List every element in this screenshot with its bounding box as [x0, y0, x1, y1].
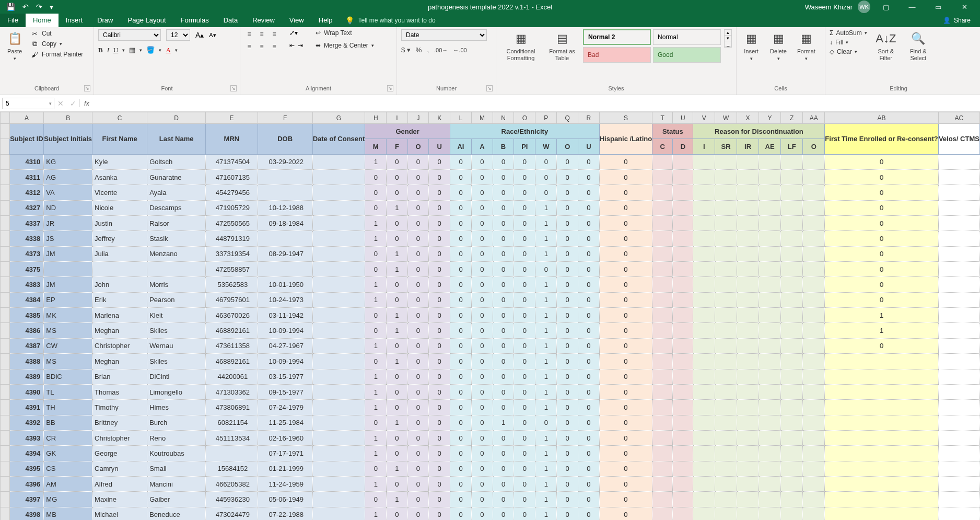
cell[interactable] — [759, 338, 781, 353]
minimize-icon[interactable]: — — [902, 3, 923, 11]
cell[interactable]: 4394 — [9, 446, 44, 461]
column-header[interactable]: D — [147, 112, 206, 124]
column-header[interactable]: H — [365, 112, 387, 124]
cell[interactable]: 0 — [578, 400, 600, 415]
cell[interactable] — [781, 507, 803, 520]
cell[interactable]: 0 — [450, 246, 471, 261]
cell[interactable] — [759, 216, 781, 231]
cell[interactable]: 1 — [387, 323, 407, 338]
cell[interactable] — [673, 323, 693, 338]
cell[interactable]: 60821154 — [206, 415, 258, 430]
cell[interactable] — [759, 369, 781, 384]
hdr-fte[interactable]: First Time Enrolled or Re-consent? — [825, 124, 938, 155]
cell[interactable] — [673, 415, 693, 430]
cell[interactable]: 0 — [450, 338, 471, 353]
cell[interactable]: 0 — [387, 231, 407, 246]
cell[interactable]: 0 — [493, 492, 514, 507]
cell[interactable] — [715, 246, 737, 261]
cell[interactable] — [781, 461, 803, 476]
cell[interactable]: 0 — [472, 185, 493, 200]
copy-button[interactable]: ⧉Copy ▾ — [30, 40, 83, 48]
cell[interactable] — [693, 246, 715, 261]
sub-header-rfd[interactable]: I — [693, 139, 715, 154]
hdr-dob[interactable]: DOB — [258, 124, 312, 155]
cell[interactable]: Ayala — [147, 185, 206, 200]
cell[interactable]: Meghan — [92, 323, 147, 338]
sub-header-rfd[interactable]: IR — [737, 139, 759, 154]
cell[interactable]: 0 — [387, 338, 407, 353]
cell[interactable] — [759, 384, 781, 399]
cell[interactable]: 0 — [450, 170, 471, 185]
cell[interactable]: 4393 — [9, 430, 44, 445]
cell[interactable]: 454279456 — [206, 185, 258, 200]
cell[interactable]: 0 — [429, 231, 450, 246]
cell[interactable] — [92, 262, 147, 277]
cell[interactable] — [938, 262, 979, 277]
cell[interactable] — [673, 231, 693, 246]
cell[interactable]: Erik — [92, 292, 147, 307]
format-as-table-button[interactable]: ▤ Format as Table — [544, 29, 580, 63]
cell[interactable] — [781, 354, 803, 369]
cell[interactable]: 0 — [387, 369, 407, 384]
cell[interactable]: 468892161 — [206, 323, 258, 338]
cell[interactable] — [803, 338, 825, 353]
cell[interactable] — [803, 430, 825, 445]
sub-header-gender[interactable]: M — [365, 139, 387, 154]
cell[interactable]: 0 — [365, 461, 387, 476]
cell[interactable]: John — [92, 277, 147, 292]
cell[interactable]: 1 — [825, 323, 938, 338]
cell[interactable] — [673, 492, 693, 507]
cell[interactable]: 0 — [429, 216, 450, 231]
cell[interactable] — [825, 461, 938, 476]
cell[interactable]: 09-15-1977 — [258, 384, 312, 399]
cell[interactable] — [715, 338, 737, 353]
cell[interactable]: 4337 — [9, 216, 44, 231]
column-header[interactable]: B — [44, 112, 92, 124]
cell[interactable]: 0 — [825, 185, 938, 200]
cell[interactable] — [652, 354, 673, 369]
cell[interactable]: 0 — [599, 446, 652, 461]
cell[interactable] — [781, 292, 803, 307]
cell[interactable]: 451113534 — [206, 430, 258, 445]
cell[interactable] — [693, 461, 715, 476]
cell[interactable] — [312, 446, 365, 461]
cell[interactable] — [715, 446, 737, 461]
font-dialog-launcher[interactable]: ↘ — [230, 85, 237, 91]
cell[interactable]: Gaiber — [147, 492, 206, 507]
cell[interactable]: 1 — [365, 384, 387, 399]
cell[interactable] — [673, 446, 693, 461]
decrease-indent-icon[interactable]: ⇤ — [289, 42, 295, 49]
ribbon-options-icon[interactable]: ▢ — [876, 3, 896, 11]
cell[interactable]: 1 — [535, 492, 557, 507]
increase-indent-icon[interactable]: ⇥ — [298, 42, 303, 49]
cell[interactable]: 0 — [365, 170, 387, 185]
cell[interactable] — [652, 308, 673, 323]
cell[interactable]: 0 — [407, 185, 429, 200]
cell[interactable]: 0 — [365, 308, 387, 323]
cell[interactable]: 0 — [599, 277, 652, 292]
cell[interactable]: 0 — [365, 492, 387, 507]
cell[interactable]: 0 — [514, 446, 535, 461]
cell[interactable]: 0 — [535, 185, 557, 200]
cell[interactable]: 1 — [365, 154, 387, 169]
cell[interactable] — [803, 185, 825, 200]
cell[interactable] — [737, 216, 759, 231]
cell[interactable] — [781, 170, 803, 185]
cell[interactable]: 0 — [387, 154, 407, 169]
cell[interactable] — [803, 308, 825, 323]
cell[interactable]: 0 — [557, 323, 578, 338]
cell[interactable] — [737, 400, 759, 415]
cell[interactable]: 0 — [557, 384, 578, 399]
cell[interactable]: 0 — [429, 461, 450, 476]
cell[interactable]: 0 — [514, 476, 535, 491]
cell[interactable]: Jeffrey — [92, 231, 147, 246]
cell[interactable]: MB — [44, 507, 92, 520]
cell[interactable]: 0 — [514, 185, 535, 200]
cell[interactable]: 467957601 — [206, 292, 258, 307]
align-top-icon[interactable]: ≡ — [244, 29, 254, 39]
cell[interactable]: Nicole — [92, 200, 147, 215]
cell[interactable]: 0 — [535, 170, 557, 185]
column-header[interactable]: L — [450, 112, 471, 124]
cell[interactable]: CS — [44, 461, 92, 476]
fill-button[interactable]: ↓Fill▾ — [830, 39, 867, 46]
